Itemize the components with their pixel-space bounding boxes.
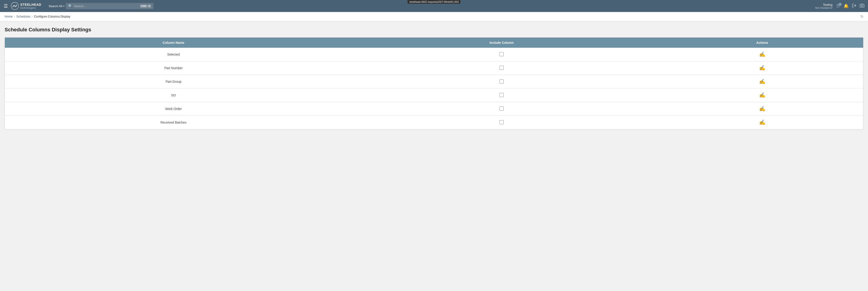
- action-icons: ⏱ 0 🔔: [836, 3, 864, 9]
- logo-icon: [10, 2, 19, 10]
- refresh-icon[interactable]: ↻: [860, 14, 863, 19]
- actions-cell: ✍: [661, 75, 863, 89]
- include-checkbox[interactable]: [499, 120, 504, 124]
- column-name-cell: Part Number: [5, 61, 342, 75]
- breadcrumb-schedules[interactable]: Schedules: [17, 15, 30, 18]
- breadcrumb-bar: Home › Schedules › Configure Columns Dis…: [0, 12, 868, 21]
- breadcrumb-separator-1: ›: [14, 15, 15, 18]
- debug-banner: steelhead-4932 requests(26/7.09mb/91.003: [407, 0, 460, 4]
- drag-handle-icon[interactable]: ✍: [759, 106, 765, 111]
- breadcrumb-separator-2: ›: [32, 15, 33, 18]
- include-column-cell: [342, 61, 661, 75]
- drag-handle-icon[interactable]: ✍: [759, 65, 765, 71]
- column-name-cell: Work Order: [5, 102, 342, 116]
- include-column-cell: [342, 48, 661, 61]
- include-column-cell: [342, 102, 661, 116]
- include-checkbox[interactable]: [499, 52, 504, 56]
- column-name-header: Column Name: [5, 38, 342, 48]
- column-name-cell: Selected: [5, 48, 342, 61]
- logo: STEELHEAD technologies: [10, 2, 41, 10]
- actions-cell: ✍: [661, 48, 863, 61]
- actions-cell: ✍: [661, 102, 863, 116]
- search-area: Search All ▾ 🔍 CMD K: [49, 3, 153, 9]
- actions-cell: ✍: [661, 61, 863, 75]
- table-row: SO✍: [5, 89, 863, 102]
- search-input[interactable]: [74, 4, 139, 8]
- brand-name: STEELHEAD: [20, 3, 41, 7]
- drag-handle-icon[interactable]: ✍: [759, 78, 765, 85]
- table-row: Part Number✍: [5, 61, 863, 75]
- include-column-cell: [342, 75, 661, 89]
- camera-icon[interactable]: [860, 3, 864, 9]
- search-box: 🔍 CMD K: [66, 3, 153, 9]
- drag-handle-icon[interactable]: ✍: [759, 120, 765, 125]
- column-name-cell: Part Group: [5, 75, 342, 89]
- include-column-header: Include Column: [342, 38, 661, 48]
- bell-icon[interactable]: 🔔: [843, 3, 848, 8]
- user-status: Not Clocked In!: [815, 6, 833, 9]
- breadcrumb-home[interactable]: Home: [5, 15, 13, 18]
- search-icon: 🔍: [68, 4, 73, 8]
- clock-icon[interactable]: ⏱ 0: [836, 4, 840, 8]
- chevron-down-icon: ▾: [63, 5, 64, 7]
- actions-header: Actions: [661, 38, 863, 48]
- k-key: K: [148, 5, 151, 8]
- table-header: Column Name Include Column Actions: [5, 38, 863, 48]
- include-column-cell: [342, 89, 661, 102]
- main-content: Schedule Columns Display Settings Column…: [0, 21, 868, 135]
- user-info: Testing Not Clocked In!: [815, 3, 833, 9]
- drag-handle-icon[interactable]: ✍: [759, 52, 765, 57]
- brand-sub: technologies: [20, 7, 41, 9]
- include-checkbox[interactable]: [499, 79, 504, 84]
- logout-icon[interactable]: [852, 3, 857, 9]
- hamburger-menu-icon[interactable]: ☰: [4, 3, 8, 9]
- actions-cell: ✍: [661, 116, 863, 129]
- actions-cell: ✍: [661, 89, 863, 102]
- page-title: Schedule Columns Display Settings: [5, 27, 863, 33]
- search-all-button[interactable]: Search All ▾: [49, 4, 64, 8]
- table-row: Work Order✍: [5, 102, 863, 116]
- table-row: Part Group✍: [5, 75, 863, 89]
- table-row: Selected✍: [5, 48, 863, 61]
- include-column-cell: [342, 116, 661, 129]
- keyboard-shortcut: CMD K: [140, 5, 151, 8]
- settings-table: Column Name Include Column Actions Selec…: [5, 37, 863, 129]
- top-navigation: ☰ STEELHEAD technologies Search All ▾ 🔍 …: [0, 0, 868, 12]
- include-checkbox[interactable]: [499, 93, 504, 97]
- cmd-key: CMD: [140, 5, 147, 8]
- user-name: Testing: [815, 3, 833, 6]
- clock-badge: 0: [838, 3, 842, 6]
- include-checkbox[interactable]: [499, 66, 504, 70]
- breadcrumb-current: Configure Columns Display: [34, 15, 70, 18]
- svg-point-2: [861, 5, 863, 6]
- drag-handle-icon[interactable]: ✍: [759, 92, 765, 98]
- table-body: Selected✍Part Number✍Part Group✍SO✍Work …: [5, 48, 863, 129]
- include-checkbox[interactable]: [499, 106, 504, 111]
- column-name-cell: SO: [5, 89, 342, 102]
- topnav-right: Testing Not Clocked In! ⏱ 0 🔔: [815, 3, 864, 9]
- column-name-cell: Received Batches: [5, 116, 342, 129]
- breadcrumb: Home › Schedules › Configure Columns Dis…: [5, 15, 70, 18]
- table-row: Received Batches✍: [5, 116, 863, 129]
